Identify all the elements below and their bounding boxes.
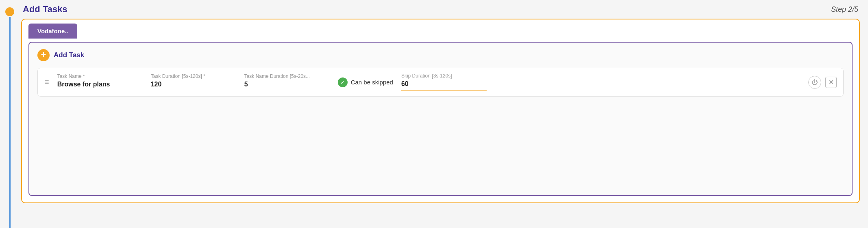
- task-name-input[interactable]: [57, 80, 143, 89]
- task-duration-field-group: Task Duration [5s-120s] *: [151, 73, 236, 91]
- timeline-line: [9, 17, 11, 228]
- skip-duration-field-group: Skip Duration [3s-120s]: [401, 73, 487, 91]
- task-name-field-group: Task Name *: [57, 73, 143, 91]
- skip-duration-label: Skip Duration [3s-120s]: [401, 73, 487, 79]
- drag-handle-icon[interactable]: ≡: [44, 77, 49, 87]
- skip-check-icon: ✓: [338, 77, 348, 87]
- tab-row: Vodafone..: [28, 24, 853, 39]
- task-duration-input[interactable]: [151, 80, 236, 89]
- task-row-actions: ⏻ ✕: [808, 76, 837, 89]
- timeline-dot: [5, 7, 14, 16]
- can-be-skipped-label: Can be skipped: [351, 79, 393, 86]
- skip-duration-input[interactable]: [401, 80, 487, 88]
- task-duration-label: Task Duration [5s-120s] *: [151, 73, 236, 79]
- task-name-duration-field-group: Task Name Duration [5s-20s...: [244, 73, 330, 91]
- page-title: Add Tasks: [23, 4, 67, 15]
- skip-duration-underline: [401, 90, 487, 91]
- power-icon: ⏻: [811, 79, 818, 86]
- task-name-duration-underline: [244, 91, 330, 91]
- task-name-label: Task Name *: [57, 73, 143, 79]
- outer-card: Vodafone.. + Add Task ≡: [21, 19, 860, 203]
- task-name-duration-input[interactable]: [244, 80, 330, 89]
- task-name-duration-label: Task Name Duration [5s-20s...: [244, 73, 330, 79]
- plus-icon: +: [41, 50, 46, 59]
- add-task-label: Add Task: [54, 51, 84, 59]
- add-task-row: + Add Task: [37, 49, 844, 61]
- close-icon: ✕: [829, 78, 834, 86]
- main-content: Add Tasks Step 2/5 Vodafone.. + Add Task: [20, 0, 868, 228]
- delete-task-button[interactable]: ✕: [825, 77, 837, 88]
- task-name-underline: [57, 91, 143, 91]
- power-button[interactable]: ⏻: [808, 76, 821, 89]
- inner-card: + Add Task ≡ Task Name *: [28, 42, 853, 196]
- header-row: Add Tasks Step 2/5: [21, 4, 860, 15]
- add-task-button[interactable]: +: [37, 49, 50, 61]
- task-duration-underline: [151, 91, 236, 91]
- page-wrapper: Add Tasks Step 2/5 Vodafone.. + Add Task: [0, 0, 868, 228]
- step-indicator: Step 2/5: [831, 5, 858, 14]
- timeline-bar: [0, 0, 20, 228]
- checkmark-icon: ✓: [340, 79, 345, 86]
- can-be-skipped-toggle[interactable]: ✓ Can be skipped: [338, 77, 393, 87]
- task-row-card: ≡ Task Name * Task Duration [5s-120s] *: [37, 68, 844, 97]
- vodafone-tab[interactable]: Vodafone..: [28, 24, 77, 39]
